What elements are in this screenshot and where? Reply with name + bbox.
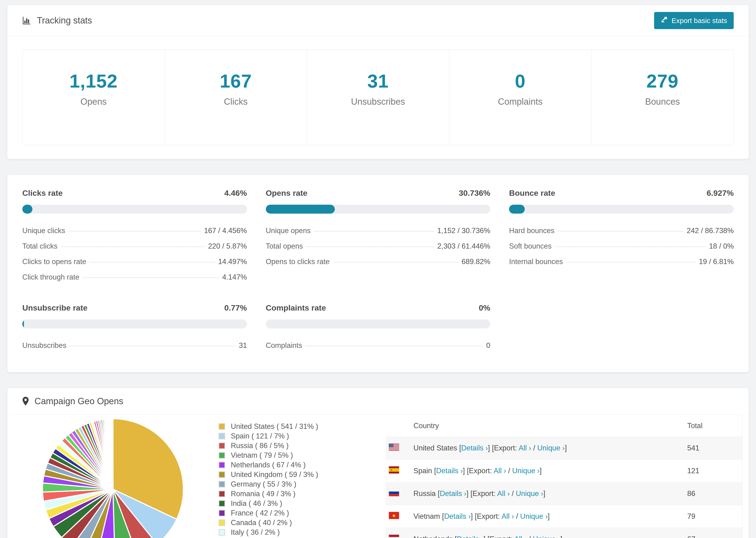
- legend-swatch: [219, 491, 225, 497]
- export-all-link[interactable]: All ›: [519, 444, 531, 452]
- table-row-russia: Russia [Details ›] [Export: All › / Uniq…: [386, 482, 742, 505]
- dotted-leader: [89, 262, 215, 262]
- legend-swatch: [219, 529, 225, 536]
- rates-grid: Clicks rate4.46%Unique clicks167 / 4.456…: [7, 175, 749, 372]
- legend-label: Canada ( 40 / 2% ): [231, 518, 292, 527]
- rate-title: Unsubscribe rate: [22, 303, 87, 312]
- stat-row-value: 4.147%: [222, 273, 247, 282]
- rate-block-unsubscribe-rate: Unsubscribe rate0.77%Unsubscribes31: [22, 303, 247, 353]
- dotted-leader: [69, 231, 201, 232]
- legend-item-canada[interactable]: Canada ( 40 / 2% ): [219, 518, 318, 527]
- legend-swatch: [219, 423, 225, 430]
- flag-cell: [386, 459, 409, 482]
- legend-label: Vietnam ( 79 / 5% ): [231, 451, 293, 459]
- legend-label: United States ( 541 / 31% ): [231, 422, 318, 431]
- stat-row: Unique clicks167 / 4.456%: [22, 223, 247, 239]
- summary-value: 167: [220, 71, 252, 92]
- total-cell: 79: [682, 505, 742, 528]
- stat-row: Hard bounces242 / 86.738%: [509, 223, 734, 239]
- details-link[interactable]: Details ›: [444, 512, 471, 520]
- summary-value: 31: [367, 71, 389, 92]
- legend-item-italy[interactable]: Italy ( 36 / 2% ): [219, 527, 318, 537]
- stat-row-label: Unique clicks: [22, 227, 65, 235]
- country-cell: Spain [Details ›] [Export: All › / Uniqu…: [409, 459, 682, 482]
- legend-item-united-states[interactable]: United States ( 541 / 31% ): [219, 422, 318, 431]
- stat-row: Click through rate4.147%: [22, 269, 247, 285]
- details-link[interactable]: Details ›: [436, 467, 463, 475]
- geo-opens-header: Campaign Geo Opens: [7, 388, 749, 414]
- bracket: ] [Export:: [463, 467, 494, 475]
- country-cell: Vietnam [Details ›] [Export: All › / Uni…: [409, 505, 682, 528]
- legend-item-vietnam[interactable]: Vietnam ( 79 / 5% ): [219, 451, 318, 460]
- separator: /: [527, 535, 533, 538]
- details-link[interactable]: Details ›: [461, 444, 488, 452]
- country-name: Netherlands [: [413, 535, 457, 538]
- stat-row-value: 220 / 5.87%: [208, 242, 247, 250]
- summary-label: Opens: [80, 97, 107, 107]
- rate-rows: Complaints0: [266, 338, 490, 353]
- stat-row: Soft bounces18 / 0%: [509, 239, 734, 254]
- rate-value: 0.77%: [224, 303, 247, 312]
- rate-head: Bounce rate6.927%: [509, 188, 734, 198]
- stat-row: Unsubscribes31: [22, 338, 247, 353]
- stat-row-label: Complaints: [266, 341, 302, 350]
- export-unique-link[interactable]: Unique ›: [520, 512, 548, 520]
- export-all-link[interactable]: All ›: [514, 535, 527, 538]
- stat-row-label: Internal bounces: [509, 257, 563, 266]
- export-basic-stats-button[interactable]: Export basic stats: [654, 12, 734, 29]
- legend-label: United Kingdom ( 59 / 3% ): [231, 470, 318, 479]
- geo-opens-body: United States ( 541 / 31% )Spain ( 121 /…: [7, 414, 749, 538]
- legend-item-france[interactable]: France ( 42 / 2% ): [219, 508, 318, 518]
- legend-item-romania[interactable]: Romania ( 49 / 3% ): [219, 489, 318, 499]
- stat-row-value: 1,152 / 30.736%: [437, 227, 490, 235]
- legend-item-germany[interactable]: Germany ( 55 / 3% ): [219, 479, 318, 489]
- bracket: ] [Export:: [483, 535, 514, 538]
- summary-cell-bounces: 279Bounces: [591, 50, 733, 145]
- bracket: ]: [543, 489, 545, 498]
- export-unique-link[interactable]: Unique ›: [512, 467, 540, 475]
- legend-item-brazil[interactable]: Brazil ( 33 / 2% ): [219, 537, 318, 538]
- export-all-link[interactable]: All ›: [502, 512, 514, 520]
- legend-label: Romania ( 49 / 3% ): [231, 490, 296, 498]
- stat-row-label: Click through rate: [22, 273, 80, 282]
- geo-pie-chart[interactable]: [40, 416, 186, 538]
- legend-item-russia[interactable]: Russia ( 86 / 5% ): [219, 441, 318, 451]
- stat-row-label: Total opens: [266, 242, 303, 250]
- rate-title: Bounce rate: [509, 188, 555, 198]
- stat-row: Opens to clicks rate689.82%: [266, 254, 490, 269]
- flag-cell: [386, 437, 409, 459]
- summary-cell-unsubscribes: 31Unsubscribes: [307, 50, 449, 145]
- bracket: ]: [560, 535, 562, 538]
- export-all-link[interactable]: All ›: [494, 467, 506, 475]
- rate-rows: Unsubscribes31: [22, 338, 247, 353]
- details-link[interactable]: Details ›: [440, 489, 466, 498]
- stat-row-value: 167 / 4.456%: [204, 227, 247, 235]
- export-all-link[interactable]: All ›: [497, 489, 510, 498]
- geo-pie-legend: United States ( 541 / 31% )Spain ( 121 /…: [219, 422, 318, 538]
- stat-row-value: 2,303 / 61.446%: [437, 242, 490, 250]
- export-unique-link[interactable]: Unique ›: [516, 489, 543, 498]
- summary-label: Complaints: [498, 97, 543, 107]
- stat-row-label: Total clicks: [22, 242, 58, 250]
- progress-fill: [266, 205, 335, 214]
- table-row-netherlands: Netherlands [Details ›] [Export: All › /…: [386, 528, 742, 538]
- legend-label: Russia ( 86 / 5% ): [231, 442, 289, 450]
- geo-opens-card: Campaign Geo Opens United States ( 541 /…: [7, 388, 749, 538]
- united-states-flag-icon: [389, 443, 399, 451]
- legend-item-united-kingdom[interactable]: United Kingdom ( 59 / 3% ): [219, 470, 318, 479]
- rate-title: Complaints rate: [266, 303, 326, 312]
- total-cell: 67: [682, 528, 742, 538]
- russia-flag-icon: [389, 489, 399, 497]
- legend-item-netherlands[interactable]: Netherlands ( 67 / 4% ): [219, 460, 318, 470]
- details-link[interactable]: Details ›: [457, 535, 483, 538]
- export-unique-link[interactable]: Unique ›: [537, 444, 565, 452]
- stat-row-value: 689.82%: [461, 257, 490, 266]
- export-icon: [661, 16, 668, 25]
- legend-item-india[interactable]: India ( 46 / 3% ): [219, 499, 318, 508]
- country-cell: Netherlands [Details ›] [Export: All › /…: [409, 528, 682, 538]
- export-unique-link[interactable]: Unique ›: [533, 535, 560, 538]
- summary-value: 1,152: [70, 71, 118, 92]
- legend-item-spain[interactable]: Spain ( 121 / 7% ): [219, 431, 318, 441]
- stat-row-value: 18 / 0%: [709, 242, 734, 250]
- page-title: Tracking stats: [37, 16, 92, 26]
